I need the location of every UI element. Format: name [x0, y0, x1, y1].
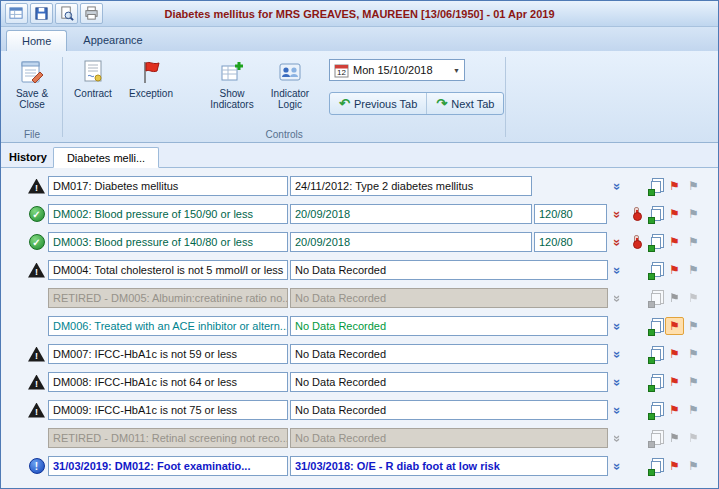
template-button[interactable]: [5, 3, 28, 24]
warning-icon: !: [28, 375, 45, 390]
flag-gray-icon[interactable]: ⚑: [688, 348, 699, 361]
date-picker[interactable]: 12 Mon 15/10/2018 ▼: [329, 59, 465, 81]
indicator-name-cell[interactable]: DM004: Total cholesterol is not 5 mmol/l…: [48, 260, 288, 280]
indicator-name-cell[interactable]: RETIRED - DM005: Albumin:creatinine rati…: [48, 288, 288, 308]
expand-icon[interactable]: »: [611, 462, 624, 469]
flag-icon[interactable]: ⚑: [669, 236, 680, 249]
tab-history[interactable]: History: [3, 147, 53, 167]
tab-appearance[interactable]: Appearance: [67, 29, 158, 51]
flag-icon[interactable]: ⚑: [669, 460, 680, 473]
indicator-name-cell[interactable]: DM003: Blood pressure of 140/80 or less: [48, 232, 288, 252]
exception-button[interactable]: Exception: [123, 55, 179, 121]
tab-home[interactable]: Home: [6, 30, 67, 51]
print-preview-button[interactable]: [55, 3, 78, 24]
copy-icon[interactable]: [651, 461, 661, 473]
indicator-row: ! DM017: Diabetes mellitus 24/11/2012: T…: [1, 176, 718, 196]
expand-icon[interactable]: »: [611, 266, 624, 273]
flag-gray-icon[interactable]: ⚑: [688, 432, 699, 445]
indicator-name-cell[interactable]: DM006: Treated with an ACE inhibitor or …: [48, 316, 288, 336]
flag-icon[interactable]: ⚑: [669, 292, 680, 305]
flag-gray-icon[interactable]: ⚑: [688, 264, 699, 277]
show-indicators-label: Show Indicators: [206, 88, 258, 110]
expand-icon[interactable]: »: [611, 210, 624, 217]
flag-icon[interactable]: ⚑: [669, 180, 680, 193]
copy-icon[interactable]: [651, 293, 661, 305]
thermometer-icon[interactable]: [634, 235, 639, 245]
flag-gray-icon[interactable]: ⚑: [688, 404, 699, 417]
flag-icon[interactable]: ⚑: [669, 208, 680, 221]
flag-gray-icon[interactable]: ⚑: [688, 180, 699, 193]
indicator-name-cell[interactable]: DM002: Blood pressure of 150/90 or less: [48, 204, 288, 224]
flag-icon[interactable]: ⚑: [669, 432, 680, 445]
flag-gray-icon[interactable]: ⚑: [688, 460, 699, 473]
copy-icon[interactable]: [651, 377, 661, 389]
expand-icon[interactable]: »: [611, 182, 624, 189]
previous-tab-button[interactable]: ↶ Previous Tab: [330, 93, 426, 114]
row-actions: » ⚑ ⚑: [608, 345, 703, 363]
indicator-result-cell[interactable]: 20/09/2018: [290, 232, 532, 252]
indicator-value-cell[interactable]: 120/80: [534, 232, 607, 252]
indicator-result-cell[interactable]: 20/09/2018: [290, 204, 532, 224]
expand-icon[interactable]: »: [611, 238, 624, 245]
flag-gray-icon[interactable]: ⚑: [688, 236, 699, 249]
copy-icon[interactable]: [651, 349, 661, 361]
print-button[interactable]: [80, 3, 103, 24]
flag-icon[interactable]: ⚑: [669, 264, 680, 277]
copy-icon[interactable]: [651, 405, 661, 417]
save-button[interactable]: [30, 3, 53, 24]
row-actions: » ⚑ ⚑: [608, 233, 703, 251]
calendar-icon: 12: [334, 63, 349, 78]
show-indicators-button[interactable]: Show Indicators: [204, 55, 260, 121]
expand-icon[interactable]: »: [611, 294, 624, 301]
contract-button[interactable]: Contract: [65, 55, 121, 121]
expand-icon[interactable]: »: [611, 350, 624, 357]
tab-nav-buttons: ↶ Previous Tab ↷ Next Tab: [329, 92, 504, 115]
tab-diabetes[interactable]: Diabetes melli...: [53, 147, 159, 168]
next-tab-button[interactable]: ↷ Next Tab: [426, 93, 503, 114]
indicator-name-cell[interactable]: DM017: Diabetes mellitus: [48, 176, 288, 196]
indicator-logic-label: Indicator Logic: [264, 88, 316, 110]
indicator-result-cell[interactable]: No Data Recorded: [290, 288, 608, 308]
copy-icon[interactable]: [651, 209, 661, 221]
flag-gray-icon[interactable]: ⚑: [688, 320, 699, 333]
flag-gray-icon[interactable]: ⚑: [688, 292, 699, 305]
copy-icon[interactable]: [651, 237, 661, 249]
indicator-result-cell[interactable]: No Data Recorded: [290, 260, 608, 280]
indicator-list: ! DM017: Diabetes mellitus 24/11/2012: T…: [1, 168, 718, 488]
indicator-logic-button[interactable]: Indicator Logic: [262, 55, 318, 121]
indicator-row: ✓ DM003: Blood pressure of 140/80 or les…: [1, 232, 718, 252]
row-actions: » ⚑ ⚑: [608, 373, 703, 391]
flag-icon[interactable]: ⚑: [669, 320, 680, 333]
copy-icon[interactable]: [651, 321, 661, 333]
flag-icon[interactable]: ⚑: [669, 376, 680, 389]
thermometer-icon[interactable]: [634, 207, 639, 217]
indicator-result-cell[interactable]: No Data Recorded: [290, 428, 608, 448]
indicator-name-cell[interactable]: DM007: IFCC-HbA1c is not 59 or less: [48, 344, 288, 364]
indicator-value-cell[interactable]: 120/80: [534, 204, 607, 224]
indicator-result-cell[interactable]: 24/11/2012: Type 2 diabetes mellitus: [290, 176, 532, 196]
copy-icon[interactable]: [651, 433, 661, 445]
flag-icon[interactable]: ⚑: [669, 348, 680, 361]
indicator-name-cell[interactable]: RETIRED - DM011: Retinal screening not r…: [48, 428, 288, 448]
dropdown-arrow-icon[interactable]: ▼: [453, 67, 460, 74]
indicator-name-cell[interactable]: 31/03/2019: DM012: Foot examinatio...: [48, 456, 288, 476]
indicator-row: DM006: Treated with an ACE inhibitor or …: [1, 316, 718, 336]
flag-icon[interactable]: ⚑: [669, 404, 680, 417]
copy-icon[interactable]: [651, 265, 661, 277]
save-close-button[interactable]: Save & Close: [4, 55, 60, 121]
indicator-result-cell[interactable]: No Data Recorded: [290, 400, 608, 420]
expand-icon[interactable]: »: [611, 406, 624, 413]
flag-gray-icon[interactable]: ⚑: [688, 208, 699, 221]
flag-gray-icon[interactable]: ⚑: [688, 376, 699, 389]
indicator-result-cell[interactable]: 31/03/2018: O/E - R diab foot at low ris…: [290, 456, 608, 476]
indicator-result-cell[interactable]: No Data Recorded: [290, 372, 608, 392]
expand-icon[interactable]: »: [611, 322, 624, 329]
indicator-result-cell[interactable]: No Data Recorded: [290, 316, 608, 336]
page-tab-strip: History Diabetes melli...: [1, 143, 718, 168]
indicator-name-cell[interactable]: DM008: IFCC-HbA1c is not 64 or less: [48, 372, 288, 392]
expand-icon[interactable]: »: [611, 378, 624, 385]
indicator-result-cell[interactable]: No Data Recorded: [290, 344, 608, 364]
indicator-name-cell[interactable]: DM009: IFCC-HbA1c is not 75 or less: [48, 400, 288, 420]
expand-icon[interactable]: »: [611, 434, 624, 441]
copy-icon[interactable]: [651, 181, 661, 193]
